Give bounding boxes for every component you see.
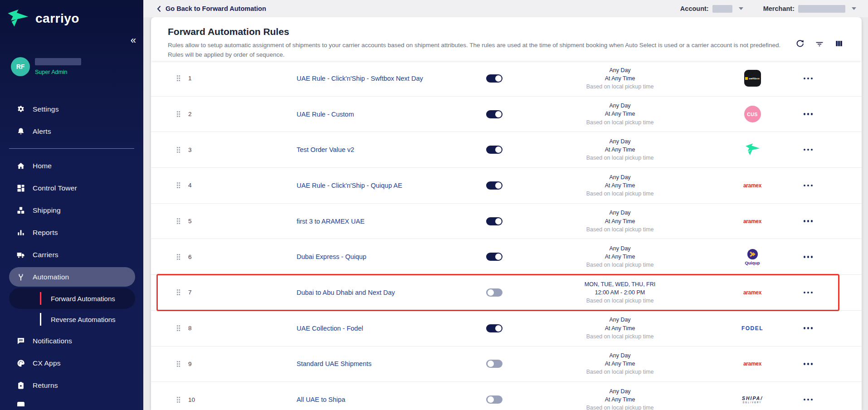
sidebar-item-shipping[interactable]: Shipping xyxy=(0,199,143,221)
back-button[interactable]: Go Back to Forward Automation xyxy=(157,5,266,12)
row-actions-button[interactable] xyxy=(799,113,817,115)
page-header: Forward Automation Rules Rules allow to … xyxy=(151,17,862,61)
drag-handle[interactable] xyxy=(176,75,185,82)
row-actions-button[interactable] xyxy=(799,399,817,401)
schedule-days: Any Day xyxy=(551,387,688,395)
schedule-basis: Based on local pickup time xyxy=(551,368,688,376)
sidebar-item-partial xyxy=(17,402,24,406)
schedule-time: At Any Time xyxy=(551,217,688,225)
drag-handle[interactable] xyxy=(176,254,185,260)
chevron-down-icon xyxy=(739,7,743,10)
sidebar-item-label: Reports xyxy=(33,229,58,237)
sidebar-item-settings[interactable]: Settings xyxy=(0,98,143,120)
rule-name-link[interactable]: Test Order Value v2 xyxy=(297,146,474,153)
row-actions-button[interactable] xyxy=(799,256,817,258)
rule-schedule: MON, TUE, WED, THU, FRI 12:00 AM - 2:00 … xyxy=(551,280,688,305)
chevron-down-icon xyxy=(852,7,856,10)
sidebar-item-automation[interactable]: Automation xyxy=(9,267,135,287)
columns-icon[interactable] xyxy=(834,39,844,48)
rule-name-link[interactable]: Dubai to Abu Dhabi and Next Day xyxy=(297,289,474,296)
sidebar-item-returns[interactable]: Returns xyxy=(0,374,143,396)
drag-handle[interactable] xyxy=(176,218,185,225)
sidebar-item-control-tower[interactable]: Control Tower xyxy=(0,177,143,199)
avatar[interactable]: RF xyxy=(11,57,30,76)
rule-name-link[interactable]: UAE Rule - Click'n'Ship - Swftbox Next D… xyxy=(297,75,474,82)
sidebar-item-notifications[interactable]: Notifications xyxy=(0,330,143,352)
carrier-logo-shipa: SHIPA/ DELIVERY xyxy=(734,395,771,404)
merchant-select[interactable]: Merchant: xyxy=(763,5,856,13)
rule-schedule: Any Day At Any Time Based on local picku… xyxy=(551,244,688,269)
row-actions-button[interactable] xyxy=(799,327,817,329)
row-actions-button[interactable] xyxy=(799,292,817,294)
chat-bubble-icon xyxy=(16,337,25,346)
home-icon xyxy=(16,161,25,171)
schedule-time: 12:00 AM - 2:00 PM xyxy=(551,288,688,297)
carrier-sublabel: DELIVERY xyxy=(742,401,763,404)
toggle-knob xyxy=(495,75,502,82)
sidebar-subitem-reverse-automations[interactable]: Reverse Automations xyxy=(0,309,143,330)
rule-name-link[interactable]: UAE Rule - Custom xyxy=(297,111,474,118)
schedule-basis: Based on local pickup time xyxy=(551,118,688,127)
sidebar-item-carriers[interactable]: Carriers xyxy=(0,244,143,266)
rule-sequence: 9 xyxy=(188,361,202,367)
rule-enabled-toggle[interactable] xyxy=(486,395,502,404)
rule-enabled-toggle[interactable] xyxy=(486,324,502,332)
rule-name-link[interactable]: UAE Rule - Click'n'Ship - Quiqup AE xyxy=(297,182,474,189)
schedule-days: Any Day xyxy=(551,244,688,253)
sidebar-item-label: Shipping xyxy=(33,206,61,215)
rule-name-link[interactable]: All UAE to Shipa xyxy=(297,396,474,403)
drag-handle[interactable] xyxy=(176,111,185,117)
row-actions-button[interactable] xyxy=(799,185,817,187)
rule-name-link[interactable]: Dubai Express - Quiqup xyxy=(297,253,474,260)
rule-name-link[interactable]: first 3 to ARAMEX UAE xyxy=(297,218,474,225)
sidebar-divider xyxy=(9,148,134,149)
filter-icon[interactable] xyxy=(815,39,824,48)
account-label: Account: xyxy=(680,5,709,12)
rule-name-link[interactable]: Standard UAE Shipments xyxy=(297,360,474,367)
schedule-time: At Any Time xyxy=(551,74,688,83)
sidebar-collapse-button[interactable]: « xyxy=(131,35,136,45)
drag-handle[interactable] xyxy=(176,289,185,296)
row-actions-button[interactable] xyxy=(799,78,817,80)
toggle-knob xyxy=(495,254,502,260)
rule-enabled-toggle[interactable] xyxy=(486,288,502,297)
sidebar-item-reports[interactable]: Reports xyxy=(0,221,143,244)
rule-enabled-toggle[interactable] xyxy=(486,253,502,261)
rule-sequence: 10 xyxy=(188,396,202,403)
rule-schedule: Any Day At Any Time Based on local picku… xyxy=(551,102,688,126)
sidebar-item-alerts[interactable]: Alerts xyxy=(0,120,143,142)
sidebar-item-label: Automation xyxy=(33,273,69,281)
schedule-time: At Any Time xyxy=(551,110,688,118)
row-actions-button[interactable] xyxy=(799,149,817,151)
page-description: Rules allow to setup automatic assignmen… xyxy=(168,41,790,60)
row-actions-button[interactable] xyxy=(799,363,817,365)
drag-handle[interactable] xyxy=(176,146,185,153)
drag-handle[interactable] xyxy=(176,182,185,189)
rule-name-link[interactable]: UAE Collection - Fodel xyxy=(297,325,474,332)
refresh-icon[interactable] xyxy=(795,39,805,48)
rule-enabled-toggle[interactable] xyxy=(486,110,502,118)
main-card: Forward Automation Rules Rules allow to … xyxy=(151,17,862,410)
return-box-icon xyxy=(16,381,25,390)
schedule-time: At Any Time xyxy=(551,395,688,404)
rule-enabled-toggle[interactable] xyxy=(486,74,502,83)
rule-sequence: 4 xyxy=(188,182,202,189)
gear-icon xyxy=(16,105,25,114)
toggle-knob xyxy=(495,146,502,153)
drag-handle[interactable] xyxy=(176,361,185,367)
account-select[interactable]: Account: xyxy=(680,5,743,13)
sidebar-item-home[interactable]: Home xyxy=(0,155,143,177)
rule-enabled-toggle[interactable] xyxy=(486,146,502,154)
rule-sequence: 5 xyxy=(188,218,202,225)
sidebar: carriyo « RF Super Admin Settings Alerts… xyxy=(0,0,143,410)
rule-enabled-toggle[interactable] xyxy=(486,360,502,368)
rule-enabled-toggle[interactable] xyxy=(486,217,502,225)
sidebar-subitem-forward-automations[interactable]: Forward Automations xyxy=(9,288,135,309)
sidebar-item-cx-apps[interactable]: CX Apps xyxy=(0,352,143,374)
carrier-logo-swftbox: swftbox xyxy=(734,70,771,87)
row-actions-button[interactable] xyxy=(799,220,817,222)
rule-enabled-toggle[interactable] xyxy=(486,181,502,190)
carrier-logo-custom: CUS xyxy=(734,106,771,122)
drag-handle[interactable] xyxy=(176,396,185,403)
drag-handle[interactable] xyxy=(176,325,185,332)
